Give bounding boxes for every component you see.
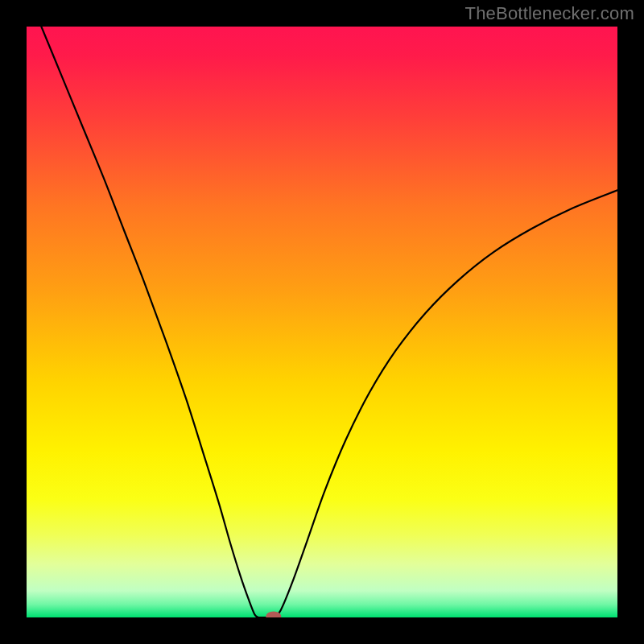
chart-frame: TheBottlenecker.com bbox=[0, 0, 644, 644]
plot-area bbox=[27, 27, 617, 617]
gradient-background bbox=[27, 27, 617, 617]
credit-label: TheBottlenecker.com bbox=[465, 3, 634, 24]
chart-svg bbox=[27, 27, 617, 617]
